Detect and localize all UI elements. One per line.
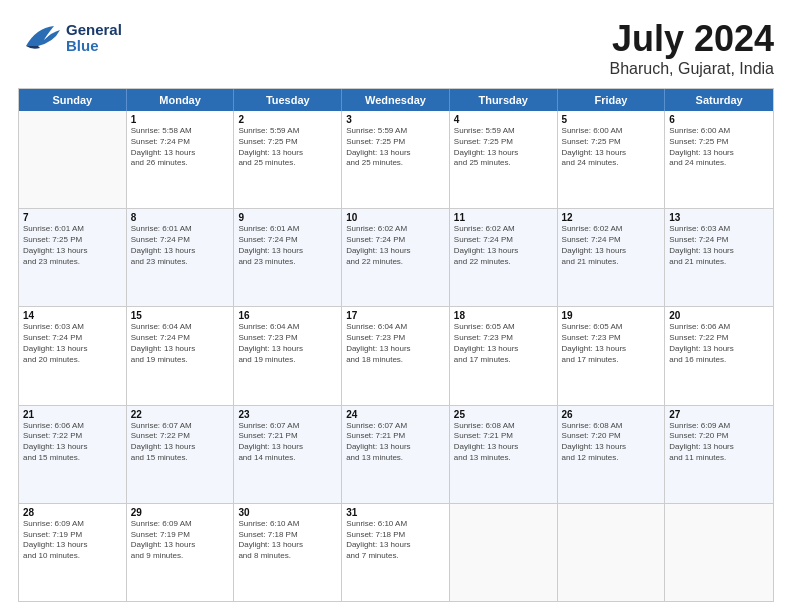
- logo: General Blue: [18, 18, 122, 58]
- day-info: Sunrise: 6:09 AM Sunset: 7:19 PM Dayligh…: [131, 519, 230, 562]
- day-info: Sunrise: 6:02 AM Sunset: 7:24 PM Dayligh…: [562, 224, 661, 267]
- day-number: 17: [346, 310, 445, 321]
- day-number: 7: [23, 212, 122, 223]
- day-info: Sunrise: 6:04 AM Sunset: 7:24 PM Dayligh…: [131, 322, 230, 365]
- calendar-cell: 2Sunrise: 5:59 AM Sunset: 7:25 PM Daylig…: [234, 111, 342, 208]
- day-number: 23: [238, 409, 337, 420]
- day-info: Sunrise: 6:07 AM Sunset: 7:22 PM Dayligh…: [131, 421, 230, 464]
- day-number: 13: [669, 212, 769, 223]
- calendar-cell: 6Sunrise: 6:00 AM Sunset: 7:25 PM Daylig…: [665, 111, 773, 208]
- day-number: 29: [131, 507, 230, 518]
- calendar-cell: [665, 504, 773, 601]
- day-number: 30: [238, 507, 337, 518]
- day-number: 9: [238, 212, 337, 223]
- day-number: 10: [346, 212, 445, 223]
- calendar-cell: 27Sunrise: 6:09 AM Sunset: 7:20 PM Dayli…: [665, 406, 773, 503]
- calendar-cell: [19, 111, 127, 208]
- day-number: 16: [238, 310, 337, 321]
- logo-blue-text: Blue: [66, 38, 122, 55]
- calendar-cell: 28Sunrise: 6:09 AM Sunset: 7:19 PM Dayli…: [19, 504, 127, 601]
- logo-words: General Blue: [66, 22, 122, 55]
- calendar-body: 1Sunrise: 5:58 AM Sunset: 7:24 PM Daylig…: [19, 111, 773, 601]
- day-number: 25: [454, 409, 553, 420]
- day-info: Sunrise: 6:05 AM Sunset: 7:23 PM Dayligh…: [454, 322, 553, 365]
- header-monday: Monday: [127, 89, 235, 111]
- calendar-cell: 15Sunrise: 6:04 AM Sunset: 7:24 PM Dayli…: [127, 307, 235, 404]
- day-info: Sunrise: 5:59 AM Sunset: 7:25 PM Dayligh…: [454, 126, 553, 169]
- calendar-week-0: 1Sunrise: 5:58 AM Sunset: 7:24 PM Daylig…: [19, 111, 773, 209]
- day-info: Sunrise: 6:10 AM Sunset: 7:18 PM Dayligh…: [346, 519, 445, 562]
- day-number: 14: [23, 310, 122, 321]
- day-info: Sunrise: 6:08 AM Sunset: 7:20 PM Dayligh…: [562, 421, 661, 464]
- day-number: 4: [454, 114, 553, 125]
- logo-icon: [18, 18, 62, 58]
- calendar-cell: 16Sunrise: 6:04 AM Sunset: 7:23 PM Dayli…: [234, 307, 342, 404]
- day-info: Sunrise: 5:59 AM Sunset: 7:25 PM Dayligh…: [238, 126, 337, 169]
- day-number: 24: [346, 409, 445, 420]
- title-block: July 2024 Bharuch, Gujarat, India: [609, 18, 774, 78]
- calendar-cell: 5Sunrise: 6:00 AM Sunset: 7:25 PM Daylig…: [558, 111, 666, 208]
- day-info: Sunrise: 6:06 AM Sunset: 7:22 PM Dayligh…: [23, 421, 122, 464]
- day-info: Sunrise: 6:03 AM Sunset: 7:24 PM Dayligh…: [669, 224, 769, 267]
- calendar: Sunday Monday Tuesday Wednesday Thursday…: [18, 88, 774, 602]
- day-info: Sunrise: 6:07 AM Sunset: 7:21 PM Dayligh…: [238, 421, 337, 464]
- day-info: Sunrise: 6:09 AM Sunset: 7:20 PM Dayligh…: [669, 421, 769, 464]
- sub-title: Bharuch, Gujarat, India: [609, 60, 774, 78]
- day-info: Sunrise: 6:03 AM Sunset: 7:24 PM Dayligh…: [23, 322, 122, 365]
- day-info: Sunrise: 6:04 AM Sunset: 7:23 PM Dayligh…: [346, 322, 445, 365]
- calendar-cell: 23Sunrise: 6:07 AM Sunset: 7:21 PM Dayli…: [234, 406, 342, 503]
- day-number: 18: [454, 310, 553, 321]
- logo-general-text: General: [66, 22, 122, 39]
- day-info: Sunrise: 6:10 AM Sunset: 7:18 PM Dayligh…: [238, 519, 337, 562]
- day-number: 31: [346, 507, 445, 518]
- day-info: Sunrise: 6:04 AM Sunset: 7:23 PM Dayligh…: [238, 322, 337, 365]
- day-number: 11: [454, 212, 553, 223]
- calendar-week-2: 14Sunrise: 6:03 AM Sunset: 7:24 PM Dayli…: [19, 307, 773, 405]
- day-number: 12: [562, 212, 661, 223]
- day-info: Sunrise: 6:01 AM Sunset: 7:24 PM Dayligh…: [131, 224, 230, 267]
- calendar-cell: 29Sunrise: 6:09 AM Sunset: 7:19 PM Dayli…: [127, 504, 235, 601]
- day-info: Sunrise: 6:00 AM Sunset: 7:25 PM Dayligh…: [669, 126, 769, 169]
- calendar-cell: 8Sunrise: 6:01 AM Sunset: 7:24 PM Daylig…: [127, 209, 235, 306]
- main-title: July 2024: [609, 18, 774, 60]
- calendar-cell: 17Sunrise: 6:04 AM Sunset: 7:23 PM Dayli…: [342, 307, 450, 404]
- day-number: 26: [562, 409, 661, 420]
- header-friday: Friday: [558, 89, 666, 111]
- day-info: Sunrise: 5:59 AM Sunset: 7:25 PM Dayligh…: [346, 126, 445, 169]
- calendar-cell: 3Sunrise: 5:59 AM Sunset: 7:25 PM Daylig…: [342, 111, 450, 208]
- header-wednesday: Wednesday: [342, 89, 450, 111]
- day-number: 28: [23, 507, 122, 518]
- day-info: Sunrise: 6:00 AM Sunset: 7:25 PM Dayligh…: [562, 126, 661, 169]
- day-info: Sunrise: 6:01 AM Sunset: 7:25 PM Dayligh…: [23, 224, 122, 267]
- calendar-cell: 26Sunrise: 6:08 AM Sunset: 7:20 PM Dayli…: [558, 406, 666, 503]
- calendar-cell: 1Sunrise: 5:58 AM Sunset: 7:24 PM Daylig…: [127, 111, 235, 208]
- day-number: 6: [669, 114, 769, 125]
- calendar-cell: 22Sunrise: 6:07 AM Sunset: 7:22 PM Dayli…: [127, 406, 235, 503]
- header-thursday: Thursday: [450, 89, 558, 111]
- day-info: Sunrise: 6:09 AM Sunset: 7:19 PM Dayligh…: [23, 519, 122, 562]
- calendar-cell: 18Sunrise: 6:05 AM Sunset: 7:23 PM Dayli…: [450, 307, 558, 404]
- day-number: 1: [131, 114, 230, 125]
- calendar-cell: 11Sunrise: 6:02 AM Sunset: 7:24 PM Dayli…: [450, 209, 558, 306]
- header-tuesday: Tuesday: [234, 89, 342, 111]
- page: General Blue July 2024 Bharuch, Gujarat,…: [0, 0, 792, 612]
- calendar-cell: 13Sunrise: 6:03 AM Sunset: 7:24 PM Dayli…: [665, 209, 773, 306]
- calendar-cell: 25Sunrise: 6:08 AM Sunset: 7:21 PM Dayli…: [450, 406, 558, 503]
- day-info: Sunrise: 6:08 AM Sunset: 7:21 PM Dayligh…: [454, 421, 553, 464]
- calendar-cell: 9Sunrise: 6:01 AM Sunset: 7:24 PM Daylig…: [234, 209, 342, 306]
- day-info: Sunrise: 6:06 AM Sunset: 7:22 PM Dayligh…: [669, 322, 769, 365]
- day-number: 8: [131, 212, 230, 223]
- day-info: Sunrise: 6:01 AM Sunset: 7:24 PM Dayligh…: [238, 224, 337, 267]
- header: General Blue July 2024 Bharuch, Gujarat,…: [18, 18, 774, 78]
- day-info: Sunrise: 6:05 AM Sunset: 7:23 PM Dayligh…: [562, 322, 661, 365]
- calendar-cell: 4Sunrise: 5:59 AM Sunset: 7:25 PM Daylig…: [450, 111, 558, 208]
- calendar-cell: 21Sunrise: 6:06 AM Sunset: 7:22 PM Dayli…: [19, 406, 127, 503]
- calendar-cell: 19Sunrise: 6:05 AM Sunset: 7:23 PM Dayli…: [558, 307, 666, 404]
- day-number: 20: [669, 310, 769, 321]
- calendar-week-1: 7Sunrise: 6:01 AM Sunset: 7:25 PM Daylig…: [19, 209, 773, 307]
- header-saturday: Saturday: [665, 89, 773, 111]
- header-sunday: Sunday: [19, 89, 127, 111]
- calendar-cell: 30Sunrise: 6:10 AM Sunset: 7:18 PM Dayli…: [234, 504, 342, 601]
- day-number: 5: [562, 114, 661, 125]
- day-info: Sunrise: 6:02 AM Sunset: 7:24 PM Dayligh…: [346, 224, 445, 267]
